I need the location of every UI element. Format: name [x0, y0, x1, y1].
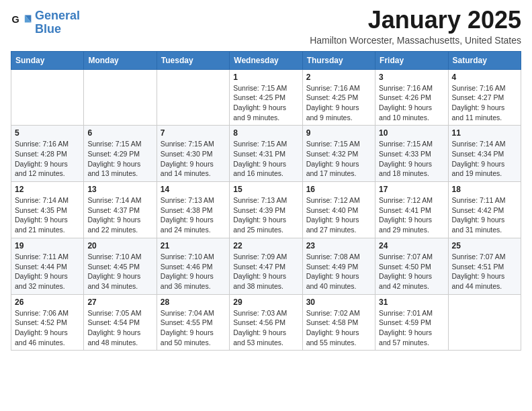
day-number: 15	[233, 185, 298, 194]
day-info: Sunrise: 7:10 AM Sunset: 4:45 PM Dayligh…	[87, 252, 152, 291]
day-info: Sunrise: 7:16 AM Sunset: 4:25 PM Dayligh…	[306, 83, 371, 123]
day-number: 27	[87, 298, 152, 307]
day-info: Sunrise: 7:06 AM Sunset: 4:52 PM Dayligh…	[15, 308, 80, 348]
day-info: Sunrise: 7:04 AM Sunset: 4:55 PM Dayligh…	[161, 308, 226, 348]
day-number: 26	[15, 298, 80, 307]
day-cell: 7Sunrise: 7:15 AM Sunset: 4:30 PM Daylig…	[157, 126, 229, 182]
day-number: 12	[15, 185, 80, 194]
day-number: 3	[379, 73, 444, 82]
day-cell: 8Sunrise: 7:15 AM Sunset: 4:31 PM Daylig…	[230, 126, 302, 182]
weekday-header-tuesday: Tuesday	[157, 51, 229, 69]
day-cell: 10Sunrise: 7:15 AM Sunset: 4:33 PM Dayli…	[375, 126, 448, 182]
month-title: January 2025	[310, 7, 521, 34]
day-number: 29	[233, 298, 298, 307]
day-cell: 19Sunrise: 7:11 AM Sunset: 4:44 PM Dayli…	[11, 238, 84, 294]
day-cell: 3Sunrise: 7:16 AM Sunset: 4:26 PM Daylig…	[375, 69, 448, 126]
day-number: 11	[452, 128, 517, 138]
day-info: Sunrise: 7:15 AM Sunset: 4:33 PM Dayligh…	[379, 139, 444, 179]
logo-line2: Blue	[35, 22, 61, 36]
day-cell	[157, 69, 229, 126]
day-info: Sunrise: 7:09 AM Sunset: 4:47 PM Dayligh…	[233, 252, 298, 291]
day-cell: 24Sunrise: 7:07 AM Sunset: 4:50 PM Dayli…	[375, 238, 448, 294]
day-cell: 27Sunrise: 7:05 AM Sunset: 4:54 PM Dayli…	[84, 294, 157, 351]
day-number: 10	[379, 128, 444, 138]
day-info: Sunrise: 7:15 AM Sunset: 4:29 PM Dayligh…	[87, 139, 152, 179]
day-number: 6	[87, 128, 152, 138]
day-info: Sunrise: 7:16 AM Sunset: 4:26 PM Dayligh…	[379, 83, 444, 123]
title-block: January 2025 Hamilton Worcester, Massach…	[310, 7, 521, 46]
day-cell: 16Sunrise: 7:12 AM Sunset: 4:40 PM Dayli…	[302, 182, 375, 238]
day-info: Sunrise: 7:12 AM Sunset: 4:41 PM Dayligh…	[379, 195, 444, 235]
day-cell: 5Sunrise: 7:16 AM Sunset: 4:28 PM Daylig…	[11, 126, 84, 182]
logo-icon: G	[11, 11, 32, 32]
day-number: 8	[233, 128, 298, 138]
day-cell: 14Sunrise: 7:13 AM Sunset: 4:38 PM Dayli…	[157, 182, 229, 238]
day-number: 17	[379, 185, 444, 194]
day-number: 7	[161, 128, 226, 138]
weekday-header-monday: Monday	[84, 51, 157, 69]
day-cell: 20Sunrise: 7:10 AM Sunset: 4:45 PM Dayli…	[84, 238, 157, 294]
day-cell	[84, 69, 157, 126]
day-number: 23	[306, 241, 371, 250]
day-cell: 31Sunrise: 7:01 AM Sunset: 4:59 PM Dayli…	[375, 294, 448, 351]
calendar: SundayMondayTuesdayWednesdayThursdayFrid…	[11, 51, 521, 351]
day-cell: 26Sunrise: 7:06 AM Sunset: 4:52 PM Dayli…	[11, 294, 84, 351]
weekday-header-thursday: Thursday	[302, 51, 375, 69]
day-number: 22	[233, 241, 298, 250]
header: G General Blue January 2025 Hamilton Wor…	[11, 7, 521, 46]
day-number: 28	[161, 298, 226, 307]
weekday-header-saturday: Saturday	[448, 51, 521, 69]
day-number: 1	[233, 73, 298, 82]
day-info: Sunrise: 7:12 AM Sunset: 4:40 PM Dayligh…	[306, 195, 371, 235]
day-info: Sunrise: 7:14 AM Sunset: 4:35 PM Dayligh…	[15, 195, 80, 235]
day-number: 21	[161, 241, 226, 250]
day-info: Sunrise: 7:14 AM Sunset: 4:34 PM Dayligh…	[452, 139, 517, 179]
day-info: Sunrise: 7:15 AM Sunset: 4:32 PM Dayligh…	[306, 139, 371, 179]
location: Hamilton Worcester, Massachusetts, Unite…	[310, 35, 521, 46]
day-cell: 28Sunrise: 7:04 AM Sunset: 4:55 PM Dayli…	[157, 294, 229, 351]
day-info: Sunrise: 7:16 AM Sunset: 4:28 PM Dayligh…	[15, 139, 80, 179]
week-row-4: 19Sunrise: 7:11 AM Sunset: 4:44 PM Dayli…	[11, 238, 521, 294]
day-info: Sunrise: 7:05 AM Sunset: 4:54 PM Dayligh…	[87, 308, 152, 348]
week-row-5: 26Sunrise: 7:06 AM Sunset: 4:52 PM Dayli…	[11, 294, 521, 351]
day-cell: 23Sunrise: 7:08 AM Sunset: 4:49 PM Dayli…	[302, 238, 375, 294]
weekday-header-row: SundayMondayTuesdayWednesdayThursdayFrid…	[11, 51, 521, 69]
week-row-1: 1Sunrise: 7:15 AM Sunset: 4:25 PM Daylig…	[11, 69, 521, 126]
day-info: Sunrise: 7:13 AM Sunset: 4:39 PM Dayligh…	[233, 195, 298, 235]
day-cell: 13Sunrise: 7:14 AM Sunset: 4:37 PM Dayli…	[84, 182, 157, 238]
day-info: Sunrise: 7:13 AM Sunset: 4:38 PM Dayligh…	[161, 195, 226, 235]
logo-line1: General	[35, 9, 80, 22]
day-number: 14	[161, 185, 226, 194]
day-number: 18	[452, 185, 517, 194]
page: G General Blue January 2025 Hamilton Wor…	[0, 0, 532, 361]
day-number: 31	[379, 298, 444, 307]
day-info: Sunrise: 7:15 AM Sunset: 4:25 PM Dayligh…	[233, 83, 298, 123]
day-cell: 4Sunrise: 7:16 AM Sunset: 4:27 PM Daylig…	[448, 69, 521, 126]
day-info: Sunrise: 7:07 AM Sunset: 4:50 PM Dayligh…	[379, 252, 444, 291]
day-cell: 17Sunrise: 7:12 AM Sunset: 4:41 PM Dayli…	[375, 182, 448, 238]
day-cell: 2Sunrise: 7:16 AM Sunset: 4:25 PM Daylig…	[302, 69, 375, 126]
day-cell: 25Sunrise: 7:07 AM Sunset: 4:51 PM Dayli…	[448, 238, 521, 294]
day-cell	[11, 69, 84, 126]
day-info: Sunrise: 7:08 AM Sunset: 4:49 PM Dayligh…	[306, 252, 371, 291]
day-cell: 29Sunrise: 7:03 AM Sunset: 4:56 PM Dayli…	[230, 294, 302, 351]
day-cell: 22Sunrise: 7:09 AM Sunset: 4:47 PM Dayli…	[230, 238, 302, 294]
day-info: Sunrise: 7:16 AM Sunset: 4:27 PM Dayligh…	[452, 83, 517, 123]
logo: G General Blue	[11, 9, 80, 36]
day-number: 25	[452, 241, 517, 250]
day-info: Sunrise: 7:11 AM Sunset: 4:44 PM Dayligh…	[15, 252, 80, 291]
day-number: 4	[452, 73, 517, 82]
day-number: 5	[15, 128, 80, 138]
day-cell: 6Sunrise: 7:15 AM Sunset: 4:29 PM Daylig…	[84, 126, 157, 182]
day-cell: 15Sunrise: 7:13 AM Sunset: 4:39 PM Dayli…	[230, 182, 302, 238]
day-cell: 21Sunrise: 7:10 AM Sunset: 4:46 PM Dayli…	[157, 238, 229, 294]
day-number: 16	[306, 185, 371, 194]
day-info: Sunrise: 7:14 AM Sunset: 4:37 PM Dayligh…	[87, 195, 152, 235]
day-cell: 30Sunrise: 7:02 AM Sunset: 4:58 PM Dayli…	[302, 294, 375, 351]
day-info: Sunrise: 7:15 AM Sunset: 4:30 PM Dayligh…	[161, 139, 226, 179]
day-number: 9	[306, 128, 371, 138]
day-cell: 12Sunrise: 7:14 AM Sunset: 4:35 PM Dayli…	[11, 182, 84, 238]
day-cell	[448, 294, 521, 351]
svg-text:G: G	[12, 13, 19, 24]
weekday-header-wednesday: Wednesday	[230, 51, 302, 69]
